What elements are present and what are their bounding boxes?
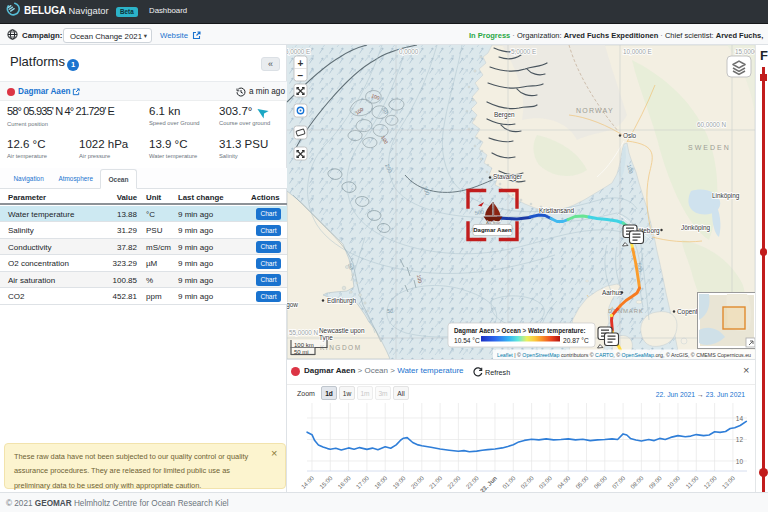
- svg-text:100 km: 100 km: [294, 342, 314, 348]
- svg-text:50 mi: 50 mi: [294, 349, 309, 355]
- svg-text:18:00: 18:00: [373, 474, 389, 490]
- svg-text:Kristiansand: Kristiansand: [539, 207, 575, 214]
- svg-text:-5,0000 E: -5,0000 E: [287, 48, 310, 55]
- svg-text:23:00: 23:00: [464, 474, 480, 490]
- svg-text:Jönköping: Jönköping: [681, 224, 711, 232]
- svg-text:Dagmar Aaen > Ocean > Water te: Dagmar Aaen > Ocean > Water temperature:: [454, 327, 586, 335]
- svg-text:Oslo: Oslo: [623, 132, 637, 139]
- svg-text:04:00: 04:00: [556, 474, 572, 490]
- svg-text:Stavanger: Stavanger: [493, 173, 523, 181]
- svg-text:11:00: 11:00: [684, 474, 700, 490]
- svg-text:5,0000 E: 5,0000 E: [511, 48, 536, 55]
- svg-text:01:00: 01:00: [501, 474, 517, 490]
- svg-text:17:00: 17:00: [354, 474, 370, 490]
- svg-text:14:00: 14:00: [299, 474, 315, 490]
- svg-text:02:00: 02:00: [519, 474, 535, 490]
- svg-text:08:00: 08:00: [629, 474, 645, 490]
- svg-text:20.87 °C: 20.87 °C: [563, 337, 589, 344]
- svg-text:Dagmar Aaen: Dagmar Aaen: [473, 227, 512, 233]
- svg-text:Aa Stat: Aa Stat: [486, 220, 501, 225]
- svg-text:23. Jun: 23. Jun: [478, 474, 498, 493]
- svg-text:500: 500: [474, 209, 484, 216]
- svg-text:15:00: 15:00: [318, 474, 334, 490]
- svg-text:10: 10: [736, 458, 744, 465]
- svg-text:15,0000 E: 15,0000 E: [735, 48, 755, 55]
- svg-text:13:00: 13:00: [720, 474, 736, 490]
- svg-text:06:00: 06:00: [592, 474, 608, 490]
- svg-text:20:00: 20:00: [409, 474, 425, 490]
- svg-text:SWEDEN: SWEDEN: [688, 144, 731, 151]
- svg-text:03:00: 03:00: [537, 474, 553, 490]
- svg-text:−: −: [298, 70, 304, 81]
- svg-text:07:00: 07:00: [611, 474, 627, 490]
- svg-text:19:00: 19:00: [391, 474, 407, 490]
- svg-text:0,0000: 0,0000: [399, 48, 419, 55]
- svg-text:Linköping: Linköping: [712, 192, 740, 200]
- svg-text:55,0000 N: 55,0000 N: [289, 329, 319, 336]
- svg-text:14: 14: [736, 415, 744, 422]
- svg-text:50: 50: [387, 308, 393, 314]
- svg-text:Leaflet | © OpenStreetMap cont: Leaflet | © OpenStreetMap contributors ©…: [497, 352, 751, 358]
- svg-text:10:00: 10:00: [665, 474, 681, 490]
- svg-text:+: +: [298, 58, 304, 69]
- svg-text:NORWAY: NORWAY: [576, 107, 614, 114]
- svg-text:05:00: 05:00: [574, 474, 590, 490]
- svg-text:16:00: 16:00: [336, 474, 352, 490]
- svg-text:12: 12: [736, 436, 744, 443]
- svg-text:10.54 °C: 10.54 °C: [454, 337, 480, 344]
- svg-text:Aarhus: Aarhus: [602, 289, 622, 296]
- svg-text:10,0000 E: 10,0000 E: [623, 48, 652, 55]
- svg-text:22:00: 22:00: [446, 474, 462, 490]
- svg-text:60,0000 N: 60,0000 N: [697, 121, 727, 128]
- svg-text:Edinburgh: Edinburgh: [327, 297, 357, 305]
- svg-text:12:00: 12:00: [702, 474, 718, 490]
- svg-text:Bergen: Bergen: [494, 111, 515, 119]
- svg-text:09:00: 09:00: [647, 474, 663, 490]
- svg-text:Glasgow: Glasgow: [287, 301, 298, 309]
- svg-text:21:00: 21:00: [428, 474, 444, 490]
